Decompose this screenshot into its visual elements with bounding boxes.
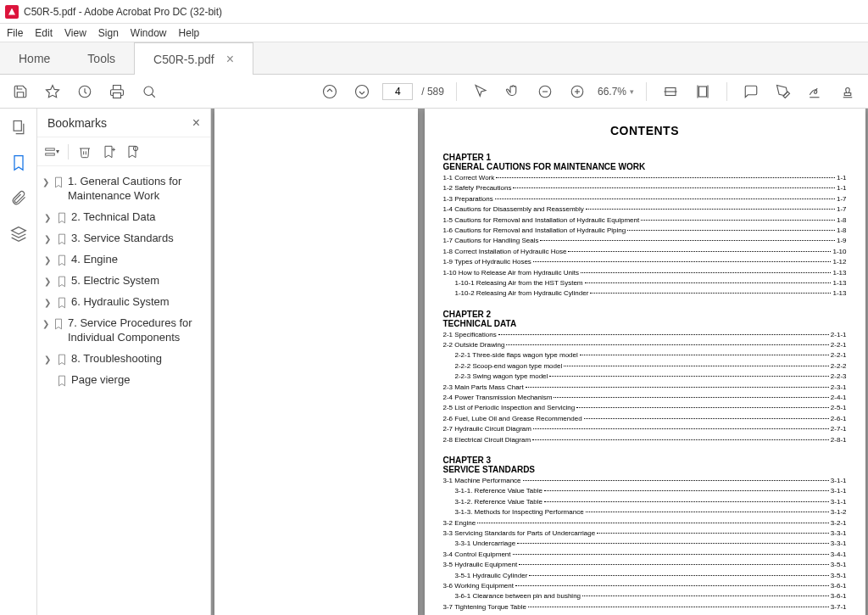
highlight-icon[interactable] (771, 80, 795, 103)
menu-view[interactable]: View (64, 27, 86, 39)
toc-title: 1-7 Cautions for Handling Seals (443, 236, 539, 246)
bookmark-item[interactable]: ❯1. General Cautions for Maintenance Wor… (41, 171, 207, 207)
chevron-right-icon[interactable]: ❯ (42, 277, 53, 286)
bookmark-item[interactable]: ❯4. Engine (41, 249, 207, 271)
bookmark-item[interactable]: ❯3. Service Standards (41, 228, 207, 249)
find-icon[interactable] (137, 80, 161, 103)
thumbnails-icon[interactable] (8, 117, 29, 137)
toc-page: 1-13 (832, 278, 846, 288)
share-icon[interactable] (73, 80, 97, 103)
toc-page: 3-4-1 (831, 550, 847, 560)
menu-sign[interactable]: Sign (98, 27, 119, 39)
toc-row: 2-3 Main Parts Mass Chart2-3-1 (443, 383, 847, 393)
toc-page: 1-7 (837, 204, 847, 215)
chevron-right-icon[interactable]: ❯ (42, 319, 49, 328)
toc-title: 1-4 Cautions for Disassembly and Reassem… (443, 204, 584, 215)
delete-bookmark-icon[interactable] (77, 144, 92, 159)
toc-row: 2-5 List of Periodic Inspection and Serv… (443, 403, 847, 413)
chevron-right-icon[interactable]: ❯ (42, 355, 53, 364)
save-icon[interactable] (8, 80, 32, 103)
chapter-heading: CHAPTER 3 (443, 456, 847, 465)
toc-title: 3-1-1. Reference Value Table (443, 486, 542, 496)
toc-page: 3-7-1 (831, 602, 847, 612)
toc-row: 3-3 Servicing Standards for Parts of Und… (443, 528, 847, 539)
page-number-input[interactable] (382, 83, 413, 100)
page-down-icon[interactable] (350, 80, 374, 103)
toc-row: 2-8 Electrical Circuit Diagram2-8-1 (443, 435, 847, 445)
chevron-right-icon[interactable]: ❯ (42, 298, 53, 307)
stamp-icon[interactable] (836, 80, 860, 103)
bookmark-label: 2. Technical Data (71, 210, 156, 225)
attachments-icon[interactable] (8, 188, 29, 209)
pointer-icon[interactable] (469, 80, 492, 103)
comment-icon[interactable] (739, 80, 763, 103)
panel-close-icon[interactable]: × (192, 115, 200, 131)
menu-help[interactable]: Help (179, 27, 200, 39)
fit-width-icon[interactable] (659, 80, 682, 103)
bookmark-item[interactable]: ❯5. Electric System (41, 271, 207, 292)
toc-title: 3-6-1 Clearance between pin and bushing (443, 591, 581, 601)
toc-row: 2-1 Specifications2-1-1 (443, 330, 847, 340)
print-icon[interactable] (105, 80, 129, 103)
bookmark-item[interactable]: Page vierge (41, 370, 207, 391)
chevron-right-icon[interactable]: ❯ (42, 177, 49, 187)
tabbar: Home Tools C50R-5.pdf × (0, 42, 868, 75)
toc-title: 2-2 Outside Drawing (443, 340, 505, 350)
chevron-right-icon[interactable]: ❯ (42, 234, 53, 243)
toc-page: 2-2-2 (831, 361, 847, 372)
bookmark-item[interactable]: ❯2. Technical Data (41, 207, 207, 228)
toc-row: 3-3-1 Undercarriage3-3-1 (443, 539, 847, 549)
menu-edit[interactable]: Edit (35, 27, 53, 39)
menu-file[interactable]: File (7, 27, 23, 39)
fit-page-icon[interactable] (691, 80, 715, 103)
find-bookmark-icon[interactable] (125, 144, 140, 159)
zoom-out-icon[interactable] (533, 80, 557, 103)
bookmark-item[interactable]: ❯7. Service Procedures for Individual Co… (41, 313, 207, 349)
layers-icon[interactable] (8, 224, 29, 244)
toc-title: 2-6 Fuel, Lube Oil and Grease Recommende… (443, 414, 582, 424)
toc-title: 2-2-1 Three-side flaps wagon type model (443, 350, 578, 361)
toc-title: 3-1 Machine Performance (443, 476, 521, 486)
bookmark-label: 1. General Cautions for Maintenance Work (68, 175, 205, 204)
toc-page: 1-13 (832, 268, 846, 278)
bookmark-label: 5. Electric System (71, 274, 159, 288)
toc-row: 3-4 Control Equipment3-4-1 (443, 550, 847, 560)
toc-row: 1-9 Types of Hydraulic Hoses1-12 (443, 257, 847, 267)
bookmark-label: 7. Service Procedures for Individual Com… (68, 316, 205, 345)
toc-page: 2-8-1 (831, 435, 847, 445)
hand-icon[interactable] (501, 80, 525, 103)
tab-tools[interactable]: Tools (69, 42, 134, 74)
previous-page[interactable] (214, 109, 418, 615)
svg-line-4 (152, 94, 155, 98)
toc-title: 2-3 Main Parts Mass Chart (443, 383, 524, 393)
star-icon[interactable] (41, 80, 64, 103)
current-page[interactable]: CONTENTS CHAPTER 1GENERAL CAUTIONS FOR M… (425, 109, 865, 615)
bookmarks-icon[interactable] (8, 153, 29, 173)
document-view[interactable]: CONTENTS CHAPTER 1GENERAL CAUTIONS FOR M… (211, 109, 868, 615)
page-up-icon[interactable] (318, 80, 342, 103)
tab-file[interactable]: C50R-5.pdf × (134, 42, 253, 75)
bookmark-item[interactable]: ❯6. Hydraulic System (41, 292, 207, 313)
bookmark-icon (56, 232, 68, 246)
toc-title: 1-10-2 Releasing Air from Hydraulic Cyli… (443, 288, 589, 299)
toc-row: 3-6-1 Clearance between pin and bushing3… (443, 591, 847, 601)
toc-page: 2-6-1 (831, 414, 847, 424)
toc-title: 3-1-2. Reference Value Table (443, 497, 542, 507)
tab-home[interactable]: Home (0, 42, 69, 74)
bookmark-item[interactable]: ❯8. Troubleshooting (41, 349, 207, 370)
sign-icon[interactable] (804, 80, 827, 103)
chevron-right-icon[interactable]: ❯ (42, 213, 53, 222)
toc-page: 1-1 (837, 173, 847, 183)
toc-row: 2-2-1 Three-side flaps wagon type model2… (443, 350, 847, 361)
options-icon[interactable]: ▾ (44, 144, 59, 159)
menu-window[interactable]: Window (131, 27, 167, 39)
chapter-heading: CHAPTER 1 (443, 153, 847, 162)
toc-title: 3-7 Tightening Torque Table (443, 602, 526, 612)
new-bookmark-icon[interactable] (101, 144, 116, 159)
toc-page: 2-2-3 (831, 372, 847, 382)
close-icon[interactable]: × (226, 52, 234, 67)
chevron-right-icon[interactable]: ❯ (42, 255, 53, 265)
toc-row: 3-7 Tightening Torque Table3-7-1 (443, 602, 847, 612)
zoom-dropdown[interactable]: 66.7% (598, 86, 634, 98)
zoom-in-icon[interactable] (565, 80, 589, 103)
